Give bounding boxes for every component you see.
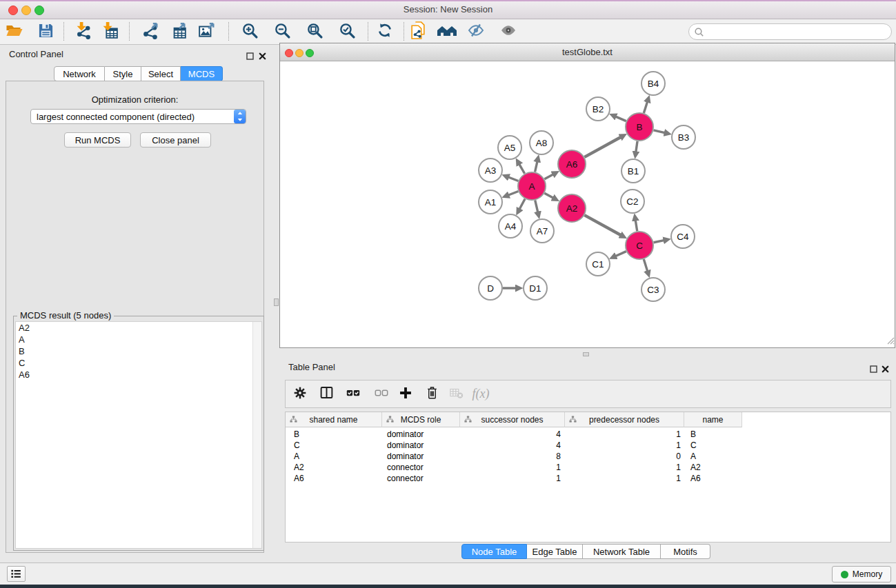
import-network-button[interactable] [74,22,93,41]
memory-indicator-button[interactable]: Memory [832,566,891,582]
cell-shared-name[interactable]: B [286,429,382,440]
edge-C-C2[interactable] [635,221,637,232]
home-view-button[interactable] [437,22,457,41]
tab-network-table[interactable]: Network Table [583,544,661,559]
new-network-from-selection-button[interactable] [408,22,428,41]
edge-B-B1[interactable] [636,141,637,152]
cell-name[interactable]: A2 [684,462,742,473]
edge-A-A3[interactable] [508,177,518,181]
edge-C-C1[interactable] [616,252,626,256]
mcds-result-item[interactable]: B [16,345,261,357]
export-table-button[interactable] [168,22,188,41]
cell-MCDS-role[interactable]: connector [382,473,460,484]
tab-network[interactable]: Network [54,66,105,81]
zoom-in-button[interactable] [240,22,259,41]
table-row[interactable]: Cdominator41C [286,440,742,451]
cell-name[interactable]: B [684,429,742,440]
zoom-out-button[interactable] [272,22,292,41]
cell-predecessor-nodes[interactable]: 0 [565,451,684,462]
delete-selected-button[interactable] [421,381,442,407]
table-row[interactable]: A6connector11A6 [286,473,742,484]
cell-successor-nodes[interactable]: 1 [460,473,565,484]
toggle-columns-button[interactable] [316,381,337,407]
result-list-scrollbar[interactable] [252,322,261,548]
table-row[interactable]: Adominator80A [286,451,742,462]
optimization-select[interactable]: largest connected component (directed) [30,109,246,124]
table-panel-float-icon[interactable] [870,363,877,376]
cell-successor-nodes[interactable]: 1 [460,462,565,473]
column-header-successor-nodes[interactable]: successor nodes [460,412,565,427]
tab-motifs[interactable]: Motifs [661,544,710,559]
column-header-predecessor-nodes[interactable]: predecessor nodes [565,412,684,427]
column-header-shared-name[interactable]: shared name [286,412,382,427]
edge-A-A2[interactable] [544,193,552,198]
cell-successor-nodes[interactable]: 4 [460,440,565,451]
cell-predecessor-nodes[interactable]: 1 [565,429,684,440]
deselect-all-checkboxes-button[interactable] [371,381,392,407]
cell-name[interactable]: A [684,451,742,462]
edge-B-B4[interactable] [644,102,647,113]
tab-edge-table[interactable]: Edge Table [527,544,583,559]
edge-A-A1[interactable] [508,192,518,195]
edge-C-C3[interactable] [644,259,647,271]
save-session-button[interactable] [36,22,55,41]
network-canvas[interactable]: AA2A6BCA1A3A4A5A7A8B1B2B3B4C1C2C3C4DD1 [280,61,895,347]
cell-shared-name[interactable]: A2 [286,462,382,473]
cell-MCDS-role[interactable]: connector [382,462,460,473]
edge-A2-C[interactable] [584,215,620,235]
close-panel-button[interactable]: Close panel [140,132,211,148]
export-image-button[interactable] [197,22,217,41]
edge-A-A8[interactable] [535,161,537,172]
add-column-button[interactable] [395,381,416,407]
cell-predecessor-nodes[interactable]: 1 [565,462,684,473]
hide-glasses-button[interactable] [466,22,486,41]
zoom-fit-button[interactable] [305,22,324,41]
run-mcds-button[interactable]: Run MCDS [64,132,131,148]
tab-node-table[interactable]: Node Table [461,544,527,559]
show-eye-button[interactable] [499,22,518,41]
refresh-button[interactable] [375,22,395,41]
control-panel-close-icon[interactable] [259,50,266,63]
edge-A-A7[interactable] [535,200,538,212]
edge-B-B2[interactable] [616,116,626,121]
tab-style[interactable]: Style [105,66,141,81]
export-network-button[interactable] [141,22,160,41]
edge-C-C4[interactable] [654,241,664,243]
search-box[interactable] [688,23,892,40]
mcds-result-item[interactable]: A2 [16,322,261,334]
edge-A-A4[interactable] [519,199,525,210]
cell-predecessor-nodes[interactable]: 1 [565,473,684,484]
cell-predecessor-nodes[interactable]: 1 [565,440,684,451]
cell-shared-name[interactable]: C [286,440,382,451]
cell-name[interactable]: A6 [684,473,742,484]
cell-MCDS-role[interactable]: dominator [382,429,460,440]
cell-name[interactable]: C [684,440,742,451]
table-settings-button[interactable] [290,381,310,407]
mcds-result-item[interactable]: A [16,334,261,345]
mcds-result-item[interactable]: A6 [16,369,261,381]
tab-mcds[interactable]: MCDS [181,66,223,81]
table-row[interactable]: A2connector11A2 [286,462,742,473]
edge-B-B3[interactable] [653,130,664,133]
edge-A6-B[interactable] [584,137,620,157]
cell-shared-name[interactable]: A [286,451,382,462]
cell-successor-nodes[interactable]: 8 [460,451,565,462]
cell-successor-nodes[interactable]: 4 [460,429,565,440]
select-all-checkboxes-button[interactable] [343,381,364,407]
search-input[interactable] [704,26,891,38]
table-row[interactable]: Bdominator41B [286,429,742,440]
edge-A-A5[interactable] [519,164,525,173]
vertical-splitter-handle[interactable] [274,298,279,306]
zoom-selected-button[interactable] [337,22,357,41]
cell-MCDS-role[interactable]: dominator [382,451,460,462]
tab-select[interactable]: Select [141,66,181,81]
import-table-button[interactable] [100,22,119,41]
task-history-button[interactable] [7,566,26,582]
control-panel-float-icon[interactable] [246,50,254,63]
mcds-result-item[interactable]: C [16,357,261,369]
resize-grip-icon[interactable] [886,335,895,347]
column-header-MCDS-role[interactable]: MCDS role [382,412,460,427]
table-panel-close-icon[interactable] [882,363,889,376]
edge-A-A6[interactable] [544,174,552,179]
cell-shared-name[interactable]: A6 [286,473,382,484]
